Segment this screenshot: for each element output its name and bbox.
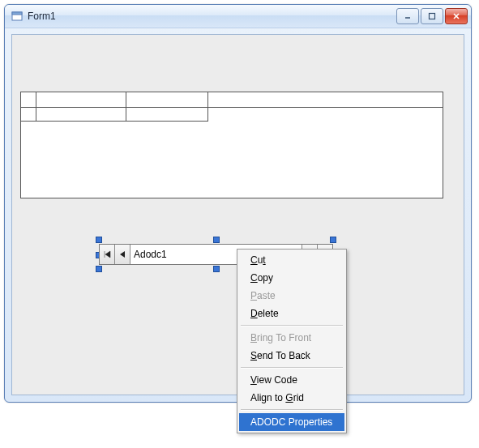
datagrid-col-2[interactable] <box>126 92 208 107</box>
resize-handle-s[interactable] <box>213 266 220 272</box>
menu-view-code[interactable]: View Code <box>239 371 344 389</box>
datagrid-col-1[interactable] <box>36 92 126 107</box>
menu-bring-to-front: Bring To Front <box>239 329 344 347</box>
datagrid-header <box>21 92 443 108</box>
datagrid-cell[interactable] <box>126 108 208 122</box>
datagrid-row[interactable] <box>21 108 443 121</box>
svg-rect-1 <box>12 12 22 15</box>
form-icon <box>11 11 23 22</box>
menu-delete[interactable]: Delete <box>239 305 344 322</box>
resize-handle-nw[interactable] <box>96 237 102 243</box>
menu-paste: Paste <box>239 287 344 305</box>
resize-handle-n[interactable] <box>213 237 220 243</box>
adodc-prev-button[interactable] <box>115 245 130 264</box>
window-title: Form1 <box>28 11 396 22</box>
context-menu: Cut Copy Paste Delete Bring To Front Sen… <box>237 249 347 433</box>
minimize-button[interactable] <box>396 8 419 24</box>
datagrid-rowheader-col <box>21 92 36 107</box>
maximize-button[interactable] <box>421 8 443 24</box>
menu-send-to-back[interactable]: Send To Back <box>239 347 344 365</box>
close-button[interactable] <box>445 8 468 24</box>
menu-separator <box>241 325 343 326</box>
menu-adodc-properties[interactable]: ADODC Properties <box>239 413 344 431</box>
adodc-first-button[interactable] <box>100 245 115 264</box>
resize-handle-sw[interactable] <box>96 266 102 272</box>
menu-separator <box>241 367 343 369</box>
datagrid-control[interactable] <box>20 92 443 198</box>
menu-align-to-grid[interactable]: Align to Grid <box>239 389 344 407</box>
menu-copy[interactable]: Copy <box>239 269 344 287</box>
resize-handle-ne[interactable] <box>330 237 336 243</box>
datagrid-cell[interactable] <box>36 108 126 122</box>
datagrid-rowheader <box>21 108 36 122</box>
titlebar[interactable]: Form1 <box>5 5 471 28</box>
window-controls <box>396 8 468 24</box>
menu-separator <box>241 409 343 411</box>
menu-cut[interactable]: Cut <box>239 251 344 269</box>
svg-rect-3 <box>430 14 435 19</box>
